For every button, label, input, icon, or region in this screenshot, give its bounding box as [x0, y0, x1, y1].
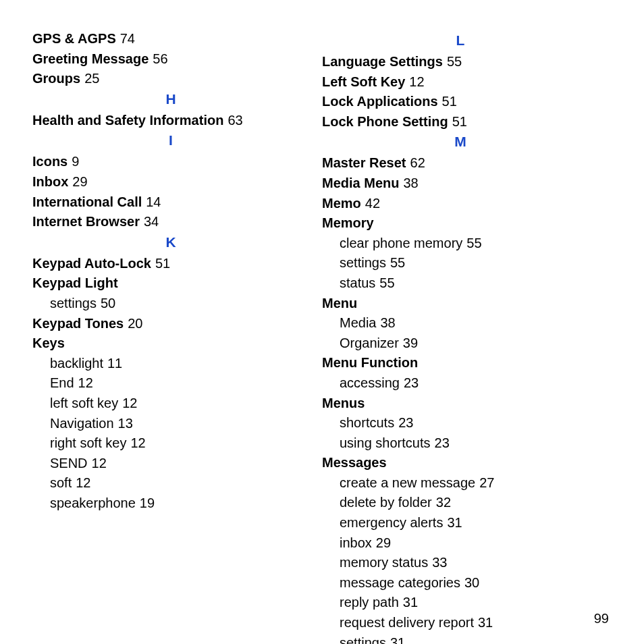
index-subentry: inbox29 [322, 534, 612, 553]
index-subentry-text: Navigation [50, 416, 114, 431]
index-subentry: message categories30 [322, 574, 612, 593]
index-entry-page: 51 [155, 256, 170, 271]
index-subentry-text: Organizer [340, 336, 399, 350]
index-subentry-text: settings [340, 255, 386, 270]
index-entry: Lock Applications51 [322, 92, 612, 111]
index-entry-page: 55 [447, 54, 462, 69]
index-subentry: Navigation13 [32, 414, 306, 433]
index-entry-term: International Call [32, 194, 142, 209]
index-entry-page: 25 [84, 71, 99, 86]
index-subentry-text: using shortcuts [340, 435, 431, 450]
index-entry: Left Soft Key12 [322, 73, 612, 92]
index-subentry-page: 12 [92, 456, 107, 471]
index-entry: Health and Safety Information63 [32, 111, 306, 130]
index-entry-term: Messages [322, 455, 387, 470]
index-subentry-page: 31 [390, 635, 405, 644]
index-subentry-page: 55 [466, 236, 481, 250]
page-number: 99 [594, 611, 609, 626]
index-subentry: SEND12 [32, 454, 306, 473]
index-entry-page: 20 [128, 316, 142, 331]
index-subentry: status55 [322, 274, 612, 293]
index-entry: Lock Phone Setting51 [322, 113, 612, 132]
index-entry: Keypad Light [32, 274, 306, 293]
index-entry-page: 56 [153, 51, 167, 66]
index-subentry: settings50 [32, 294, 306, 313]
index-entry: Inbox29 [32, 173, 306, 192]
section-letter-text: M [454, 134, 466, 149]
index-subentry: left soft key12 [32, 394, 306, 413]
index-subentry-page: 31 [447, 515, 462, 530]
index-subentry: clear phone memory55 [322, 234, 612, 253]
index-entry-page: 51 [452, 114, 467, 129]
index-subentry-text: inbox [340, 535, 372, 550]
index-entry: Memory [322, 214, 612, 233]
index-entry-page: 74 [120, 31, 135, 46]
index-subentry: accessing23 [322, 374, 612, 393]
index-subentry: settings55 [322, 254, 612, 273]
index-entry: Internet Browser34 [32, 213, 306, 232]
index-subentry-page: 30 [464, 575, 479, 590]
index-subentry-text: settings [340, 635, 386, 644]
index-subentry: request delivery report31 [322, 614, 612, 633]
index-subentry-text: reply path [340, 595, 399, 610]
index-column-right: LLanguage Settings55Left Soft Key12Lock … [322, 30, 612, 644]
index-entry: Keypad Tones20 [32, 315, 306, 333]
index-subentry-text: message categories [340, 575, 460, 590]
index-entry-term: Language Settings [322, 54, 443, 69]
index-column-left: GPS & AGPS74Greeting Message56Groups25HH… [32, 30, 322, 644]
index-subentry: shortcuts23 [322, 414, 612, 433]
index-subentry: Organizer39 [322, 334, 612, 353]
index-entry: Media Menu38 [322, 174, 612, 193]
index-subentry-page: 39 [403, 336, 418, 350]
index-entry-term: Internet Browser [32, 214, 140, 229]
index-entry-page: 51 [442, 94, 457, 109]
index-entry-term: GPS & AGPS [32, 31, 116, 46]
index-entry-term: Master Reset [322, 155, 406, 170]
index-section-letter: H [32, 91, 309, 107]
index-subentry: emergency alerts31 [322, 514, 612, 533]
index-subentry: right soft key12 [32, 434, 306, 453]
index-entry-term: Icons [32, 154, 68, 169]
index-subentry-page: 11 [107, 356, 122, 371]
index-page: GPS & AGPS74Greeting Message56Groups25HH… [0, 0, 644, 644]
index-subentry-page: 19 [140, 495, 155, 510]
index-entry-page: 42 [365, 196, 380, 211]
index-subentry-page: 31 [478, 615, 493, 630]
index-entry-term: Memo [322, 196, 361, 211]
index-subentry: using shortcuts23 [322, 434, 612, 453]
index-entry-term: Media Menu [322, 176, 399, 190]
index-subentry-text: End [50, 375, 74, 390]
index-subentry-page: 27 [479, 475, 494, 490]
index-entry-term: Lock Phone Setting [322, 114, 448, 129]
index-subentry-text: emergency alerts [340, 515, 443, 530]
index-section-letter: L [322, 32, 599, 49]
index-subentry: memory status33 [322, 554, 612, 572]
index-subentry-text: soft [50, 475, 72, 490]
index-subentry-page: 29 [376, 535, 391, 550]
index-subentry-text: SEND [50, 456, 88, 471]
index-entry-term: Health and Safety Information [32, 113, 223, 128]
index-entry-term: Left Soft Key [322, 74, 405, 89]
index-subentry-page: 23 [398, 415, 413, 430]
index-subentry: Media38 [322, 314, 612, 333]
index-entry: GPS & AGPS74 [32, 30, 306, 49]
index-entry: Menus [322, 394, 612, 413]
index-subentry-text: clear phone memory [340, 236, 462, 250]
index-subentry-page: 33 [432, 555, 447, 570]
index-subentry-page: 12 [122, 396, 137, 410]
index-entry-term: Greeting Message [32, 51, 149, 66]
index-entry-term: Menu [322, 296, 357, 311]
index-entry-page: 14 [146, 194, 161, 209]
section-letter-text: H [165, 91, 176, 107]
index-subentry-page: 50 [101, 296, 115, 311]
index-entry-term: Groups [32, 71, 80, 86]
index-subentry-text: request delivery report [340, 615, 474, 630]
section-letter-text: K [165, 234, 176, 250]
index-subentry: speakerphone19 [32, 494, 306, 513]
index-subentry-text: delete by folder [340, 495, 432, 510]
index-entry-term: Keypad Tones [32, 316, 124, 331]
index-entry-page: 63 [227, 113, 242, 128]
index-subentry-text: create a new message [340, 475, 475, 490]
index-subentry: End12 [32, 374, 306, 393]
index-subentry: create a new message27 [322, 474, 612, 493]
